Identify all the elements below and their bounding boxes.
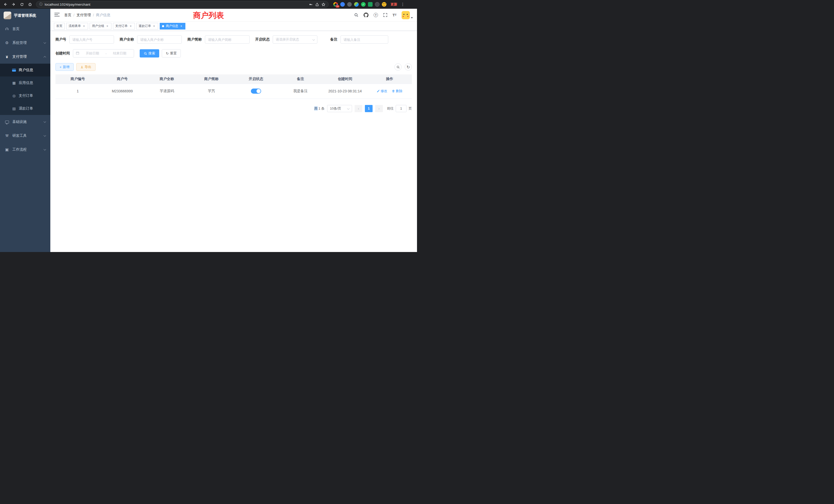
tab-label: 流程表单 (69, 24, 81, 28)
sidebar-logo[interactable]: 芋道管理系统 (0, 9, 50, 22)
yen-icon: ¥ (5, 55, 9, 59)
table-row: 1 M233666999 芋道源码 芋艿 我是备注 2021-10-23 08:… (56, 84, 412, 98)
delete-link[interactable]: 删除 (392, 89, 402, 93)
extension-color-icon[interactable] (354, 2, 359, 7)
add-button[interactable]: + 新增 (56, 63, 74, 71)
sidebar-item-refund-order[interactable]: ▤ 退款订单 (0, 102, 50, 115)
tab-pay-order[interactable]: 支付订单 × (113, 23, 135, 29)
col-full-name: 商户全称 (145, 74, 189, 84)
date-range-picker[interactable]: 开始日期 - 结束日期 (73, 49, 134, 58)
goto-page-input[interactable] (396, 105, 407, 112)
password-key-icon[interactable] (309, 3, 313, 6)
browser-nav-buttons (2, 1, 34, 8)
status-toggle[interactable] (251, 89, 261, 94)
search-button[interactable]: 搜索 (140, 49, 159, 58)
github-icon[interactable] (364, 13, 369, 18)
logo-avatar (4, 12, 11, 19)
monitor-icon (5, 121, 9, 123)
extensions-row: 10 ✓ (333, 2, 387, 7)
status-select[interactable]: 请选择开启状态 (273, 36, 317, 44)
merchant-no-label: 商户号 (56, 37, 66, 42)
url-text[interactable]: localhost:1024/pay/merchant (45, 3, 309, 6)
browser-update-button[interactable]: 更新 (389, 1, 399, 7)
tab-merchant-info[interactable]: 商户信息 × (160, 23, 185, 29)
sidebar-item-label: 支付管理 (12, 54, 27, 59)
refresh-table-button[interactable]: ↻ (405, 63, 412, 71)
user-menu[interactable] (401, 11, 413, 19)
browser-menu-icon[interactable]: ⋮ (399, 2, 407, 7)
tab-close-icon[interactable]: × (129, 24, 132, 28)
sidebar-item-system[interactable]: ⚙ 系统管理 (0, 36, 50, 50)
chevron-down-icon (44, 120, 46, 123)
tab-home[interactable]: 首页 (54, 23, 65, 29)
next-page-button[interactable]: › (375, 105, 383, 112)
sidebar-toggle-icon[interactable] (54, 13, 60, 18)
prev-page-button[interactable]: ‹ (355, 105, 362, 112)
reset-button[interactable]: ↻ 重置 (162, 49, 181, 58)
back-icon[interactable] (2, 1, 9, 8)
address-bar[interactable]: ⓘ localhost:1024/pay/merchant (36, 1, 329, 8)
fullscreen-icon[interactable] (383, 13, 388, 17)
breadcrumb-separator: / (73, 13, 74, 17)
breadcrumb-section[interactable]: 支付管理 (76, 13, 91, 18)
short-name-input[interactable] (205, 36, 249, 44)
sidebar-item-dev-tools[interactable]: ⚒ 研发工具 (0, 129, 50, 143)
home-icon[interactable] (27, 1, 34, 8)
grid-icon: ▦ (12, 81, 16, 85)
app-title: 芋道管理系统 (14, 13, 36, 18)
share-icon[interactable] (315, 3, 319, 6)
cell-merchant-no: M233666999 (100, 84, 145, 98)
font-size-icon[interactable]: TT (393, 13, 396, 17)
col-remark: 备注 (278, 74, 323, 84)
tab-close-icon[interactable]: × (179, 24, 183, 28)
col-status: 开启状态 (234, 74, 278, 84)
user-avatar[interactable] (401, 11, 410, 19)
sidebar-item-infrastructure[interactable]: 基础设施 (0, 115, 50, 129)
export-button[interactable]: 导出 (76, 63, 95, 71)
filter-row-2: 创建时间 开始日期 - 结束日期 搜索 (56, 49, 412, 58)
site-info-icon[interactable]: ⓘ (39, 2, 43, 7)
toggle-search-button[interactable] (394, 63, 401, 71)
extension-sheet-icon[interactable] (368, 2, 373, 7)
page-content: 商户号 商户全称 商户简称 开启状态 请选择开启状态 (50, 31, 417, 252)
extension-smiley-icon[interactable] (382, 2, 387, 7)
search-icon[interactable] (354, 13, 358, 17)
remark-input[interactable] (341, 36, 388, 44)
extension-knot-icon[interactable] (375, 2, 379, 7)
search-button-label: 搜索 (148, 51, 155, 56)
edit-link[interactable]: 修改 (377, 89, 387, 93)
sidebar-item-label: 首页 (12, 27, 20, 31)
extension-pinwheel-icon[interactable]: 10 (333, 2, 338, 7)
extension-drop-icon[interactable] (340, 2, 345, 7)
merchant-no-input[interactable] (69, 36, 114, 44)
page-number-button[interactable]: 1 (365, 105, 373, 112)
page-size-select[interactable]: 10条/页 (327, 105, 352, 112)
tab-close-icon[interactable]: × (106, 24, 109, 28)
cell-status (234, 84, 278, 98)
bookmark-star-icon[interactable] (322, 3, 325, 6)
cell-full-name: 芋道源码 (145, 84, 189, 98)
tab-close-icon[interactable]: × (152, 24, 156, 28)
edit-link-label: 修改 (380, 89, 387, 93)
briefcase-icon: ▣ (5, 147, 9, 152)
cell-create-time: 2021-10-23 08:31:14 (323, 84, 368, 98)
total-suffix: 条 (321, 107, 325, 110)
extension-check-icon[interactable]: ✓ (361, 2, 366, 7)
extension-dark-icon[interactable] (347, 2, 352, 7)
refresh-icon[interactable] (19, 1, 25, 8)
sidebar-item-home[interactable]: 首页 (0, 22, 50, 36)
sidebar-item-workflow[interactable]: ▣ 工作流程 (0, 143, 50, 157)
help-icon[interactable]: ? (374, 13, 378, 17)
breadcrumb-home[interactable]: 首页 (64, 13, 71, 18)
sidebar-item-label: 工作流程 (12, 147, 27, 152)
sidebar-item-merchant-info[interactable]: 商户信息 (0, 64, 50, 76)
tab-refund-order[interactable]: 退款订单 × (136, 23, 158, 29)
sidebar-item-payment[interactable]: ¥ 支付管理 (0, 50, 50, 64)
sidebar-item-pay-order[interactable]: ◎ 支付订单 (0, 89, 50, 102)
tab-process-form[interactable]: 流程表单 × (66, 23, 88, 29)
full-name-input[interactable] (137, 36, 182, 44)
forward-icon[interactable] (10, 1, 17, 8)
sidebar-item-app-info[interactable]: ▦ 应用信息 (0, 76, 50, 89)
tab-user-group[interactable]: 用户分组 × (90, 23, 111, 29)
tab-close-icon[interactable]: × (82, 24, 86, 28)
